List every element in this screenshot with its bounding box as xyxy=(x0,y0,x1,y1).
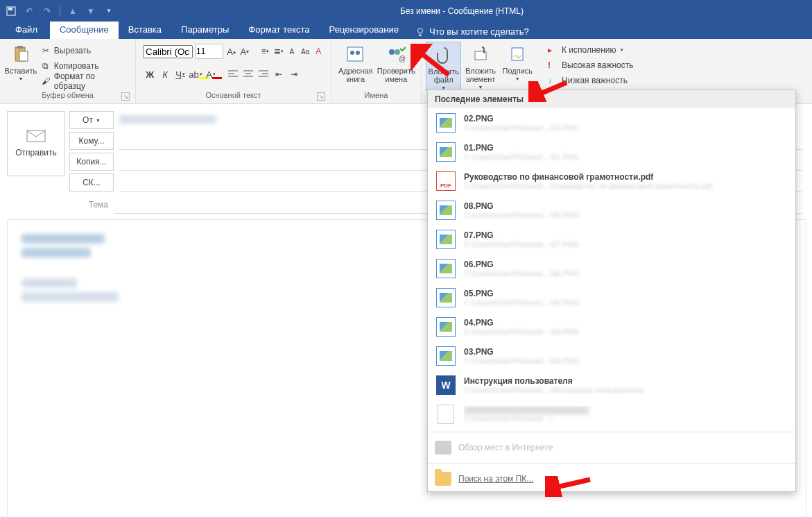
group-font: A▴ A▾ ≡▾ ≣▾ A Aa A Ж К Ч▾ ab▾ А▾ ⇤ ⇥ xyxy=(136,39,331,103)
tab-insert[interactable]: Вставка xyxy=(119,22,171,39)
tab-format[interactable]: Формат текста xyxy=(239,22,319,39)
font-size-select[interactable] xyxy=(196,44,223,59)
svg-text:@: @ xyxy=(399,55,406,62)
word-file-icon: W xyxy=(436,375,456,395)
file-name: Инструкция пользователя xyxy=(464,376,788,386)
attach-item-icon xyxy=(469,43,492,65)
font-family-select[interactable] xyxy=(143,45,193,58)
copy-icon: ⧉ xyxy=(40,60,51,71)
flag-icon: ▸ xyxy=(548,45,558,55)
save-icon[interactable] xyxy=(4,4,18,18)
subject-label: Тема xyxy=(69,200,114,210)
image-file-icon xyxy=(436,317,456,337)
high-importance-button[interactable]: !Высокая важность xyxy=(548,58,633,72)
increase-indent-button[interactable]: ⇥ xyxy=(287,67,301,81)
svg-point-18 xyxy=(350,51,354,55)
send-icon xyxy=(26,130,46,142)
undo-icon[interactable]: ↶ xyxy=(22,4,36,18)
attach-menu-item[interactable]: 07.PNGC:\Users\User\Pictures\...\07.PNG xyxy=(428,225,795,254)
address-book-icon xyxy=(345,43,367,65)
quick-access-toolbar: ↶ ↷ ▲ ▼ ▼ xyxy=(4,4,116,18)
grow-font-button[interactable]: A▴ xyxy=(226,44,236,58)
window-title: Без имени - Сообщение (HTML) xyxy=(116,6,808,16)
redo-icon[interactable]: ↷ xyxy=(40,4,54,18)
indent-button[interactable]: Aa xyxy=(300,44,310,58)
align-left-button[interactable] xyxy=(226,67,240,81)
image-file-icon xyxy=(436,346,456,366)
browse-web-action[interactable]: Обзор мест в Интернете xyxy=(428,435,795,460)
decrease-indent-button[interactable]: ⇤ xyxy=(272,67,286,81)
svg-rect-6 xyxy=(17,46,23,49)
format-painter-button[interactable]: 🖌Формат по образцу xyxy=(37,74,131,89)
attach-item-button[interactable]: Вложить элемент▼ xyxy=(461,42,499,91)
tell-me[interactable]: Что вы хотите сделать? xyxy=(408,22,536,39)
attach-menu-item[interactable]: 03.PNGC:\Users\User\Pictures\...\03.PNG xyxy=(428,341,795,371)
tab-review[interactable]: Рецензирование xyxy=(320,22,408,39)
image-file-icon xyxy=(436,230,456,249)
image-file-icon xyxy=(436,142,456,162)
from-button[interactable]: От▼ xyxy=(69,111,114,129)
highlight-button[interactable]: ab▾ xyxy=(189,67,202,81)
file-name: 05.PNG xyxy=(464,289,788,298)
attach-menu-item[interactable]: WИнструкция пользователяC:\Users\User\Pi… xyxy=(428,371,795,400)
file-name: 08.PNG xyxy=(464,201,788,211)
attach-menu-item[interactable]: C:\Users\User\Pictures\...\ xyxy=(428,400,795,429)
bullets-button[interactable]: ≡▾ xyxy=(260,44,270,58)
image-file-icon xyxy=(436,288,456,307)
clipboard-launcher[interactable]: ↘ xyxy=(121,92,130,101)
clear-format-button[interactable]: A xyxy=(313,44,324,58)
browse-pc-action[interactable]: Поиск на этом ПК... xyxy=(428,466,795,491)
shrink-font-button[interactable]: A▾ xyxy=(239,44,250,58)
group-names: Адресная книга @ Проверить имена Имена xyxy=(331,39,422,103)
svg-rect-17 xyxy=(347,47,363,61)
file-name: 01.PNG xyxy=(464,143,788,153)
arrow-annotation-1 xyxy=(411,44,452,78)
file-icon xyxy=(438,405,454,424)
font-color-button[interactable]: А▾ xyxy=(204,67,218,81)
cc-button[interactable]: Копия... xyxy=(69,153,114,171)
cut-button[interactable]: ✂Вырезать xyxy=(37,43,131,58)
attach-menu-item[interactable]: 02.PNGC:\Users\User\Pictures\...\02.PNG xyxy=(428,108,795,137)
tab-options[interactable]: Параметры xyxy=(171,22,239,39)
svg-point-19 xyxy=(356,51,360,55)
tab-message[interactable]: Сообщение xyxy=(50,22,119,39)
send-button[interactable]: Отправить xyxy=(7,111,65,176)
paste-button[interactable]: Вставить ▼ xyxy=(4,42,37,91)
up-icon[interactable]: ▲ xyxy=(66,4,80,18)
brush-icon: 🖌 xyxy=(40,76,51,87)
bold-button[interactable]: Ж xyxy=(143,67,157,81)
svg-rect-7 xyxy=(19,51,28,61)
attach-menu-header: Последние элементы xyxy=(428,90,795,108)
ribbon-tabs: Файл Сообщение Вставка Параметры Формат … xyxy=(0,22,812,39)
underline-button[interactable]: Ч▾ xyxy=(173,67,187,81)
font-launcher[interactable]: ↘ xyxy=(317,92,325,101)
file-name: Руководство по финансовой грамотности.pd… xyxy=(464,172,788,182)
attach-menu-item[interactable]: 04.PNGC:\Users\User\Pictures\...\04.PNG xyxy=(428,312,795,341)
arrow-annotation-2 xyxy=(528,81,570,102)
folder-icon xyxy=(435,472,451,486)
align-right-button[interactable] xyxy=(257,67,270,81)
titlebar: ↶ ↷ ▲ ▼ ▼ Без имени - Сообщение (HTML) xyxy=(0,0,812,22)
high-importance-icon: ! xyxy=(548,60,558,70)
numbering-button[interactable]: ≣▾ xyxy=(273,44,284,58)
italic-button[interactable]: К xyxy=(158,67,172,81)
attach-menu-item[interactable]: 08.PNGC:\Users\User\Pictures\...\08.PNG xyxy=(428,196,795,225)
attach-menu-item[interactable]: 06.PNGC:\Users\User\Pictures\...\06.PNG xyxy=(428,254,795,283)
attach-menu-item[interactable]: 01.PNGC:\Users\User\Pictures\...\01.PNG xyxy=(428,137,795,167)
outdent-button[interactable]: A xyxy=(286,44,297,58)
followup-button[interactable]: ▸К исполнению▾ xyxy=(548,43,633,57)
attach-menu-item[interactable]: PDFРуководство по финансовой грамотности… xyxy=(428,167,795,196)
check-names-icon: @ xyxy=(385,43,407,65)
svg-point-20 xyxy=(389,49,395,55)
to-button[interactable]: Кому... xyxy=(69,132,114,150)
file-name: 06.PNG xyxy=(464,260,788,269)
qat-more-icon[interactable]: ▼ xyxy=(102,4,116,18)
pdf-file-icon: PDF xyxy=(436,171,456,191)
align-center-button[interactable] xyxy=(241,67,255,81)
attach-menu-item[interactable]: 05.PNGC:\Users\User\Pictures\...\05.PNG xyxy=(428,283,795,312)
address-book-button[interactable]: Адресная книга xyxy=(336,42,376,91)
image-file-icon xyxy=(436,259,456,278)
tab-file[interactable]: Файл xyxy=(6,22,50,39)
down-icon[interactable]: ▼ xyxy=(84,4,98,18)
bcc-button[interactable]: СК... xyxy=(69,173,114,192)
